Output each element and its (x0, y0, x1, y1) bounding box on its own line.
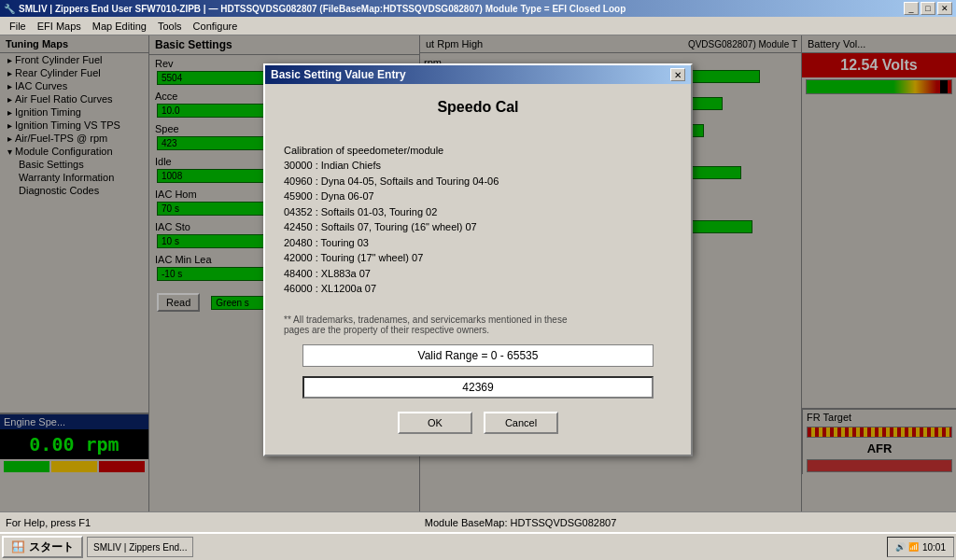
window-title: SMLIV | Zippers End User SFW7010-ZIPB | … (19, 4, 626, 14)
modal-close-button[interactable]: ✕ (670, 68, 685, 81)
window-controls: _ □ ✕ (904, 2, 952, 15)
windows-icon: 🪟 (11, 540, 25, 553)
modal-title-bar: Basic Setting Value Entry ✕ (265, 65, 691, 84)
modal-ok-button[interactable]: OK (398, 412, 472, 434)
status-module: Module BaseMap: HDTSSQVDSG082807 (425, 517, 616, 528)
modal-heading: Speedo Cal (284, 99, 672, 116)
modal-description: Calibration of speedometer/module 30000 … (284, 127, 672, 297)
modal-cancel-button[interactable]: Cancel (484, 412, 558, 434)
modal-value-input[interactable] (312, 381, 644, 394)
modal-overlay: Basic Setting Value Entry ✕ Speedo Cal C… (0, 35, 956, 511)
status-help: For Help, press F1 (6, 517, 91, 528)
maximize-button[interactable]: □ (921, 2, 935, 15)
status-bar: For Help, press F1 Module BaseMap: HDTSS… (0, 511, 956, 532)
modal-disclaimer: ** All trademarks, tradenames, and servi… (284, 304, 672, 335)
taskbar-item-smliv[interactable]: SMLIV | Zippers End... (87, 537, 193, 557)
taskbar-clock: 🔊 📶 10:01 (887, 537, 954, 557)
menu-configure[interactable]: Configure (188, 19, 244, 34)
modal-body: Speedo Cal Calibration of speedometer/mo… (265, 84, 691, 455)
modal-valid-range: Valid Range = 0 - 65535 (302, 344, 654, 367)
menu-file[interactable]: File (4, 19, 32, 34)
system-tray-icons: 🔊 📶 (895, 542, 919, 552)
modal-title-text: Basic Setting Value Entry (271, 68, 406, 81)
modal-buttons: OK Cancel (284, 402, 672, 440)
menu-map-editing[interactable]: Map Editing (87, 19, 152, 34)
taskbar: 🪟 スタート SMLIV | Zippers End... 🔊 📶 10:01 (0, 532, 956, 560)
menu-efi-maps[interactable]: EFI Maps (32, 19, 87, 34)
menu-bar: File EFI Maps Map Editing Tools Configur… (0, 17, 956, 35)
title-bar: 🔧 SMLIV | Zippers End User SFW7010-ZIPB … (0, 0, 956, 17)
app-icon: 🔧 (4, 4, 15, 14)
start-button[interactable]: 🪟 スタート (2, 536, 83, 558)
menu-tools[interactable]: Tools (152, 19, 188, 34)
minimize-button[interactable]: _ (904, 2, 919, 15)
modal-input-container[interactable] (302, 376, 654, 399)
main-window: 🔧 SMLIV | Zippers End User SFW7010-ZIPB … (0, 0, 956, 560)
clock: 10:01 (922, 542, 946, 553)
close-button[interactable]: ✕ (937, 2, 952, 15)
modal-dialog: Basic Setting Value Entry ✕ Speedo Cal C… (263, 63, 693, 456)
